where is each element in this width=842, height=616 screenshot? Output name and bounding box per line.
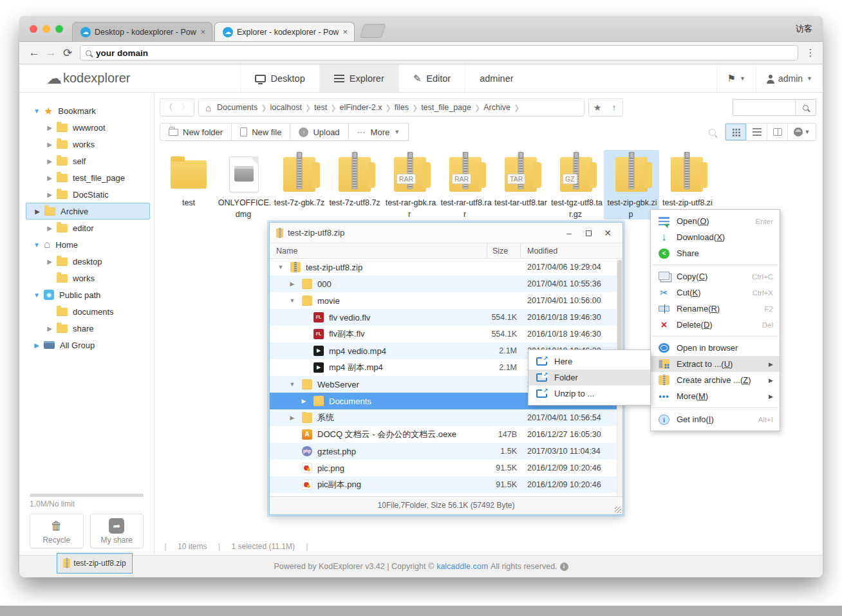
dialog-tree-row[interactable]: ▶0002017/04/01 10:55:36 bbox=[270, 275, 622, 292]
tree-chevron-icon[interactable]: ▼ bbox=[32, 107, 41, 115]
file-tile-test-rar-utf8.rar[interactable]: RARtest-rar-utf8.rar bbox=[438, 150, 493, 219]
dialog-minimize-button[interactable]: – bbox=[559, 228, 579, 238]
resize-grip[interactable] bbox=[615, 507, 621, 513]
dialog-tree-row[interactable]: flv副本.flv554.1K2016/10/18 19:46:30 bbox=[270, 326, 622, 342]
file-tile-test-rar-gbk.rar[interactable]: RARtest-rar-gbk.rar bbox=[382, 150, 438, 219]
url-box[interactable]: your domain bbox=[80, 45, 798, 61]
sidebar-item-editor[interactable]: ▶editor bbox=[19, 219, 154, 236]
dialog-tree-row[interactable]: gztest.php1.5K2017/03/10 11:04:34 bbox=[270, 443, 622, 460]
up-directory-icon[interactable]: ↑ bbox=[606, 102, 622, 113]
tree-chevron-icon[interactable]: ▶ bbox=[45, 174, 54, 182]
breadcrumb-crumb[interactable]: elFinder-2.x bbox=[336, 103, 385, 112]
sidebar-item-archive[interactable]: ▶Archive bbox=[26, 203, 150, 219]
search-button[interactable] bbox=[795, 100, 816, 115]
nav-tab-explorer[interactable]: Explorer bbox=[319, 64, 398, 92]
list-view-button[interactable] bbox=[746, 124, 767, 140]
new-tab-button[interactable] bbox=[359, 24, 386, 38]
file-tile-test-tgz-utf8.tar.gz[interactable]: GZtest-tgz-utf8.tar.gz bbox=[548, 150, 604, 219]
sidebar-section-public-path[interactable]: ▼◉Public path bbox=[19, 286, 154, 303]
app-logo[interactable]: ☁ kodexplorer bbox=[19, 64, 150, 92]
sidebar-item-documents[interactable]: documents bbox=[19, 303, 154, 320]
breadcrumb-crumb[interactable]: localhost bbox=[267, 103, 305, 112]
upload-button[interactable]: ↑ Upload bbox=[290, 123, 348, 141]
menu-item-get-info-i[interactable]: Get info(I)Alt+I bbox=[651, 411, 780, 427]
breadcrumb-crumb[interactable]: files bbox=[391, 103, 412, 112]
tree-expand-icon[interactable]: ▶ bbox=[288, 281, 297, 287]
home-icon[interactable]: ⌂ bbox=[205, 102, 211, 113]
sidebar-section-all-group[interactable]: ▶All Group bbox=[19, 337, 154, 353]
menu-item-folder[interactable]: Folder bbox=[529, 369, 650, 386]
tree-chevron-icon[interactable]: ▶ bbox=[32, 342, 41, 349]
tab-close-icon[interactable]: × bbox=[200, 27, 205, 37]
forward-icon[interactable]: → bbox=[42, 46, 59, 59]
taskbar-item-zip[interactable]: test-zip-utf8.zip bbox=[57, 553, 133, 574]
sidebar-item-share[interactable]: ▶share bbox=[19, 320, 154, 337]
dialog-tree-row[interactable]: flv vedio.flv554.1K2016/10/18 19:46:30 bbox=[270, 309, 622, 326]
menu-item-share[interactable]: Share bbox=[651, 245, 780, 261]
column-modified[interactable]: Modified bbox=[521, 243, 622, 258]
history-back-button[interactable]: 〈 bbox=[160, 102, 177, 113]
info-icon[interactable]: i bbox=[560, 563, 568, 571]
minimize-window-button[interactable] bbox=[42, 25, 50, 33]
file-tile-test-7z-utf8.7z[interactable]: test-7z-utf8.7z bbox=[327, 150, 382, 219]
dialog-close-button[interactable]: ✕ bbox=[598, 228, 617, 238]
file-tile-test[interactable]: test bbox=[161, 150, 216, 219]
menu-item-download-x[interactable]: Download(X) bbox=[651, 229, 780, 245]
menu-item-unzip-to[interactable]: Unzip to ... bbox=[529, 386, 650, 402]
sidebar-item-self[interactable]: ▶self bbox=[19, 153, 154, 169]
file-tile-test-tar-utf8.tar[interactable]: TARtest-tar-utf8.tar bbox=[493, 150, 548, 219]
favorite-star-icon[interactable]: ★ bbox=[589, 102, 606, 113]
sidebar-item-desktop[interactable]: ▶desktop bbox=[19, 253, 154, 270]
sidebar-item-docstatic[interactable]: ▶DocStatic bbox=[19, 186, 154, 203]
dialog-maximize-button[interactable] bbox=[579, 228, 598, 238]
tree-chevron-icon[interactable]: ▼ bbox=[32, 241, 41, 248]
breadcrumb-crumb[interactable]: test_file_page bbox=[418, 103, 474, 112]
menu-item-open-o[interactable]: Open(O)Enter bbox=[651, 213, 780, 229]
language-dropdown[interactable]: ⚑ ▼ bbox=[716, 64, 756, 92]
file-tile-onlyoffice.dmg[interactable]: ONLYOFFICE.dmg bbox=[216, 150, 272, 219]
dialog-tree-row[interactable]: ▼test-zip-utf8.zip2017/04/06 19:29:04 bbox=[270, 259, 622, 275]
sidebar-section-home[interactable]: ▼⌂Home bbox=[19, 236, 154, 253]
breadcrumb-crumb[interactable]: Documents bbox=[214, 103, 261, 112]
browser-tab-explorer[interactable]: ☁ Explorer - kodexplorer - Power × bbox=[214, 22, 355, 41]
column-view-button[interactable] bbox=[767, 124, 787, 140]
menu-item-cut-k[interactable]: Cut(K)Ctrl+X bbox=[651, 285, 780, 301]
nav-tab-adminer[interactable]: adminer bbox=[465, 64, 527, 92]
search-input[interactable] bbox=[733, 100, 795, 115]
tree-chevron-icon[interactable]: ▶ bbox=[33, 208, 42, 215]
nav-tab-editor[interactable]: ✎Editor bbox=[398, 64, 465, 92]
my-share-button[interactable]: ➦ My share bbox=[90, 514, 144, 548]
tree-expand-icon[interactable]: ▶ bbox=[299, 398, 308, 404]
url-text[interactable]: your domain bbox=[96, 48, 148, 58]
sidebar-item-test_file_page[interactable]: ▶test_file_page bbox=[19, 169, 154, 186]
menu-item-here[interactable]: Here bbox=[529, 353, 650, 369]
sidebar-item-works[interactable]: ▶works bbox=[19, 136, 154, 153]
breadcrumb-crumb[interactable]: test bbox=[311, 103, 330, 112]
column-size[interactable]: Size bbox=[487, 243, 521, 258]
tree-chevron-icon[interactable]: ▼ bbox=[32, 292, 41, 299]
menu-item-open-in-browser[interactable]: Open in browser bbox=[651, 340, 780, 356]
tree-chevron-icon[interactable]: ▶ bbox=[45, 191, 54, 198]
tab-close-icon[interactable]: × bbox=[342, 27, 348, 37]
tree-expand-icon[interactable]: ▶ bbox=[288, 415, 297, 421]
more-button[interactable]: ⋯ More ▼ bbox=[349, 123, 409, 141]
browser-tab-desktop[interactable]: ☁ Desktop - kodexplorer - Power × bbox=[72, 22, 212, 41]
back-icon[interactable]: ← bbox=[26, 46, 42, 59]
recycle-button[interactable]: 🗑 Recycle bbox=[30, 514, 84, 548]
menu-item-extract-to-u[interactable]: Extract to ...(U)▶ bbox=[651, 356, 780, 372]
new-file-button[interactable]: New file bbox=[232, 123, 290, 141]
user-dropdown[interactable]: admin ▼ bbox=[756, 64, 823, 92]
menu-item-rename-r[interactable]: Rename(R)F2 bbox=[651, 301, 780, 317]
new-folder-button[interactable]: New folder bbox=[160, 123, 232, 141]
menu-item-create-archive-z[interactable]: Create archive ...(Z)▶ bbox=[651, 372, 780, 388]
tree-expand-icon[interactable]: ▼ bbox=[288, 297, 297, 304]
fullscreen-window-button[interactable] bbox=[55, 25, 63, 33]
tree-chevron-icon[interactable]: ▶ bbox=[45, 225, 54, 232]
dialog-tree-row[interactable]: pic.png91.5K2016/12/09 10:20:46 bbox=[270, 460, 622, 476]
tree-chevron-icon[interactable]: ▶ bbox=[45, 141, 54, 148]
dialog-tree-row[interactable]: ▶系统2017/04/01 10:56:54 bbox=[270, 409, 622, 426]
tree-chevron-icon[interactable]: ▶ bbox=[45, 325, 54, 332]
tree-chevron-icon[interactable]: ▶ bbox=[45, 258, 54, 265]
dialog-tree-row[interactable]: ▼movie2017/04/01 10:56:00 bbox=[270, 292, 622, 309]
file-tile-test-7z-gbk.7z[interactable]: test-7z-gbk.7z bbox=[272, 150, 327, 219]
